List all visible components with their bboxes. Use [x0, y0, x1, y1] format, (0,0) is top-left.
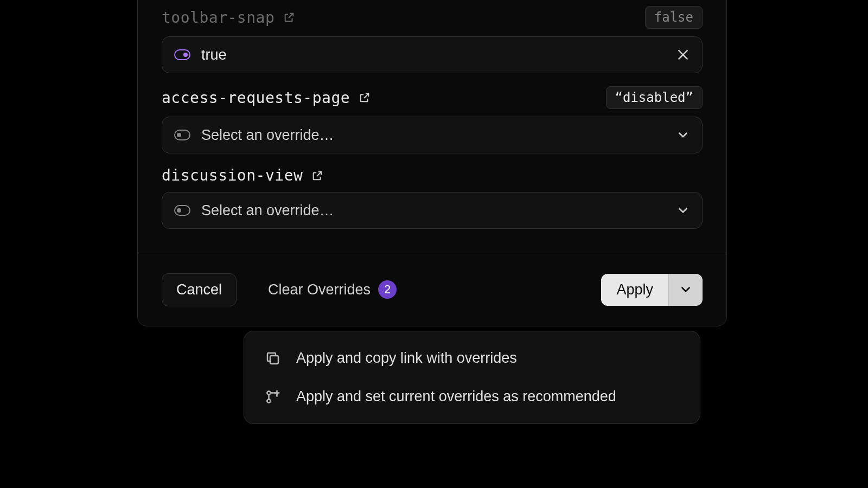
overrides-count-badge: 2 — [378, 280, 397, 299]
apply-button[interactable]: Apply — [601, 274, 668, 306]
flag-header: discussion-view — [162, 166, 703, 184]
apply-copy-link-item[interactable]: Apply and copy link with overrides — [244, 339, 700, 377]
panel-body: toolbar-snap false true access-requests-… — [138, 6, 726, 253]
flag-block-toolbar-snap: toolbar-snap false true — [162, 6, 703, 73]
clear-overrides-label: Clear Overrides — [268, 281, 371, 298]
flag-header: toolbar-snap false — [162, 6, 703, 29]
svg-rect-0 — [270, 356, 278, 364]
chevron-down-icon — [679, 282, 693, 297]
dropdown-item-label: Apply and copy link with overrides — [296, 350, 517, 367]
chevron-down-icon — [676, 128, 690, 142]
override-placeholder: Select an override… — [201, 127, 665, 144]
flag-block-discussion-view: discussion-view Select an override… — [162, 166, 703, 229]
flag-block-access-requests: access-requests-page “disabled” Select a… — [162, 86, 703, 153]
flag-name: discussion-view — [162, 166, 303, 184]
external-link-icon — [283, 11, 295, 23]
flag-name: access-requests-page — [162, 89, 350, 107]
flag-name-link[interactable]: access-requests-page — [162, 89, 371, 107]
chevron-down-icon — [676, 203, 690, 217]
overrides-panel: toolbar-snap false true access-requests-… — [137, 0, 727, 326]
flag-current-value: “disabled” — [606, 86, 703, 109]
external-link-icon — [359, 92, 371, 104]
override-value: true — [201, 47, 665, 63]
flag-name-link[interactable]: discussion-view — [162, 166, 323, 184]
apply-dropdown: Apply and copy link with overrides Apply… — [244, 331, 700, 424]
flag-name-link[interactable]: toolbar-snap — [162, 9, 295, 27]
external-link-icon — [311, 170, 323, 182]
cancel-button[interactable]: Cancel — [162, 273, 237, 306]
branch-plus-icon — [265, 389, 281, 405]
flag-header: access-requests-page “disabled” — [162, 86, 703, 109]
override-placeholder: Select an override… — [201, 202, 665, 219]
dropdown-item-label: Apply and set current overrides as recom… — [296, 388, 616, 405]
override-select-access-requests[interactable]: Select an override… — [162, 117, 703, 153]
clear-override-icon[interactable] — [676, 48, 690, 62]
clear-overrides-button[interactable]: Clear Overrides 2 — [254, 273, 411, 306]
override-input-toolbar-snap[interactable]: true — [162, 36, 703, 73]
apply-split-button: Apply — [601, 274, 703, 306]
apply-set-recommended-item[interactable]: Apply and set current overrides as recom… — [244, 377, 700, 416]
panel-footer: Cancel Clear Overrides 2 Apply — [138, 253, 726, 326]
apply-menu-toggle[interactable] — [668, 274, 703, 306]
flag-current-value: false — [645, 6, 703, 29]
override-select-discussion-view[interactable]: Select an override… — [162, 192, 703, 229]
copy-icon — [265, 350, 281, 367]
toggle-off-icon — [174, 130, 190, 140]
toggle-off-icon — [174, 205, 190, 216]
flag-name: toolbar-snap — [162, 9, 275, 27]
toggle-on-icon — [174, 49, 190, 60]
